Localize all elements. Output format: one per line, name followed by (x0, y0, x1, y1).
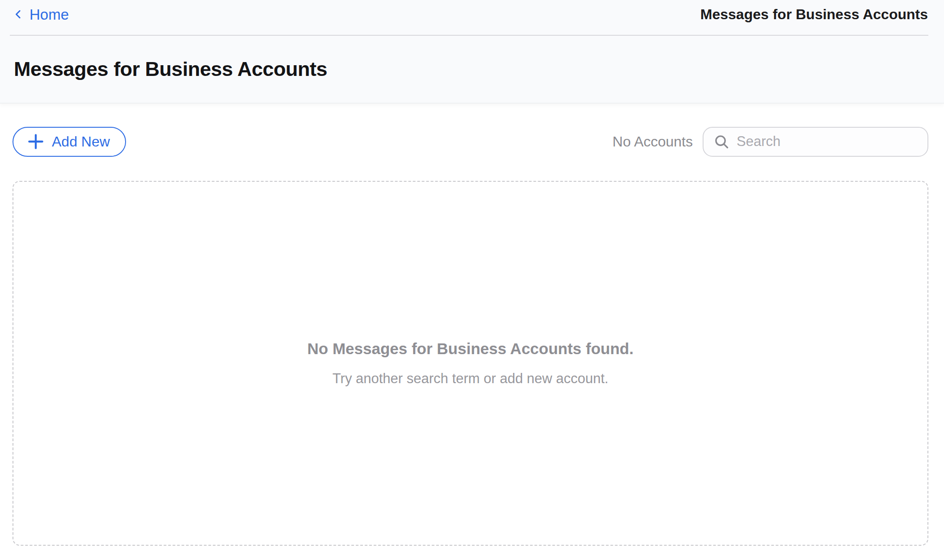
back-link-label: Home (30, 7, 69, 22)
chevron-left-icon (13, 7, 23, 21)
empty-state-title: No Messages for Business Accounts found. (308, 340, 634, 358)
toolbar: Add New No Accounts (13, 126, 928, 157)
add-new-button[interactable]: Add New (13, 127, 126, 157)
search-icon (713, 134, 730, 150)
page-header: Messages for Business Accounts (0, 36, 944, 104)
toolbar-right-group: No Accounts (612, 127, 928, 157)
add-new-button-label: Add New (52, 134, 110, 149)
accounts-status-label: No Accounts (612, 134, 693, 150)
messages-for-business-accounts-page: Home Messages for Business Accounts Mess… (0, 0, 944, 560)
plus-icon (27, 133, 45, 150)
back-link-home[interactable]: Home (13, 7, 69, 22)
search-box[interactable] (703, 127, 928, 157)
empty-state-panel: No Messages for Business Accounts found.… (13, 181, 928, 546)
main-content: Add New No Accounts No Messages for Busi… (0, 104, 944, 560)
empty-state-subtitle: Try another search term or add new accou… (333, 371, 608, 387)
top-navigation-bar: Home Messages for Business Accounts (0, 0, 944, 36)
topbar-title: Messages for Business Accounts (700, 7, 928, 21)
page-title: Messages for Business Accounts (14, 58, 327, 81)
search-input[interactable] (737, 134, 918, 150)
